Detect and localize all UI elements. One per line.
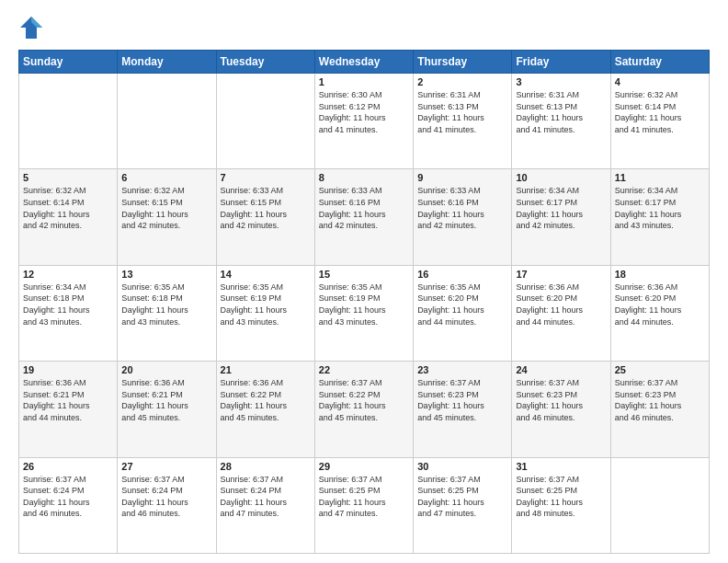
- day-number: 11: [615, 172, 705, 183]
- day-info: Sunrise: 6:37 AMSunset: 6:24 PMDaylight:…: [23, 474, 113, 520]
- logo: [18, 15, 46, 40]
- calendar-cell: 18Sunrise: 6:36 AMSunset: 6:20 PMDayligh…: [610, 265, 709, 361]
- day-info: Sunrise: 6:34 AMSunset: 6:17 PMDaylight:…: [615, 185, 705, 231]
- day-number: 20: [121, 364, 211, 375]
- calendar-cell: 29Sunrise: 6:37 AMSunset: 6:25 PMDayligh…: [314, 457, 413, 553]
- weekday-header-sunday: Sunday: [19, 51, 118, 74]
- calendar-cell: 16Sunrise: 6:35 AMSunset: 6:20 PMDayligh…: [414, 265, 512, 361]
- day-info: Sunrise: 6:35 AMSunset: 6:19 PMDaylight:…: [221, 282, 311, 327]
- weekday-header-saturday: Saturday: [610, 51, 709, 74]
- calendar-cell: 4Sunrise: 6:32 AMSunset: 6:14 PMDaylight…: [610, 74, 709, 169]
- calendar-week-row: 19Sunrise: 6:36 AMSunset: 6:21 PMDayligh…: [19, 362, 710, 457]
- calendar-week-row: 1Sunrise: 6:30 AMSunset: 6:12 PMDaylight…: [19, 74, 710, 169]
- calendar-cell: 21Sunrise: 6:36 AMSunset: 6:22 PMDayligh…: [216, 362, 314, 457]
- day-number: 12: [23, 269, 113, 280]
- calendar-cell: [610, 457, 709, 553]
- day-number: 4: [615, 76, 705, 87]
- day-number: 19: [23, 364, 113, 375]
- calendar-cell: 20Sunrise: 6:36 AMSunset: 6:21 PMDayligh…: [118, 362, 216, 457]
- calendar-cell: 9Sunrise: 6:33 AMSunset: 6:16 PMDaylight…: [414, 169, 512, 265]
- day-info: Sunrise: 6:32 AMSunset: 6:14 PMDaylight:…: [23, 185, 113, 231]
- weekday-header-wednesday: Wednesday: [314, 51, 413, 74]
- day-info: Sunrise: 6:37 AMSunset: 6:22 PMDaylight:…: [319, 377, 409, 423]
- calendar-cell: 19Sunrise: 6:36 AMSunset: 6:21 PMDayligh…: [19, 362, 118, 457]
- calendar-cell: [118, 74, 216, 169]
- header: [18, 15, 710, 40]
- day-info: Sunrise: 6:32 AMSunset: 6:15 PMDaylight:…: [121, 185, 211, 231]
- day-info: Sunrise: 6:36 AMSunset: 6:20 PMDaylight:…: [615, 282, 705, 327]
- day-number: 21: [221, 364, 311, 375]
- calendar-cell: 3Sunrise: 6:31 AMSunset: 6:13 PMDaylight…: [512, 74, 610, 169]
- calendar-cell: 26Sunrise: 6:37 AMSunset: 6:24 PMDayligh…: [19, 457, 118, 553]
- day-number: 5: [23, 172, 113, 183]
- logo-icon: [18, 15, 44, 40]
- day-number: 10: [516, 172, 606, 183]
- day-number: 30: [417, 461, 507, 472]
- day-number: 7: [221, 172, 311, 183]
- day-info: Sunrise: 6:37 AMSunset: 6:25 PMDaylight:…: [417, 474, 507, 520]
- day-info: Sunrise: 6:37 AMSunset: 6:23 PMDaylight:…: [417, 377, 507, 423]
- calendar-week-row: 12Sunrise: 6:34 AMSunset: 6:18 PMDayligh…: [19, 265, 710, 361]
- day-number: 6: [121, 172, 211, 183]
- day-number: 15: [319, 269, 409, 280]
- day-info: Sunrise: 6:37 AMSunset: 6:25 PMDaylight:…: [319, 474, 409, 520]
- calendar-week-row: 5Sunrise: 6:32 AMSunset: 6:14 PMDaylight…: [19, 169, 710, 265]
- day-info: Sunrise: 6:31 AMSunset: 6:13 PMDaylight:…: [417, 89, 507, 135]
- calendar-cell: 15Sunrise: 6:35 AMSunset: 6:19 PMDayligh…: [314, 265, 413, 361]
- day-number: 24: [516, 364, 606, 375]
- day-number: 25: [615, 364, 705, 375]
- day-number: 17: [516, 269, 606, 280]
- day-info: Sunrise: 6:32 AMSunset: 6:14 PMDaylight:…: [615, 89, 705, 135]
- day-info: Sunrise: 6:36 AMSunset: 6:22 PMDaylight:…: [221, 377, 311, 423]
- day-info: Sunrise: 6:33 AMSunset: 6:15 PMDaylight:…: [221, 185, 311, 231]
- day-number: 14: [221, 269, 311, 280]
- day-info: Sunrise: 6:36 AMSunset: 6:21 PMDaylight:…: [23, 377, 113, 423]
- day-info: Sunrise: 6:31 AMSunset: 6:13 PMDaylight:…: [516, 89, 606, 135]
- weekday-header-thursday: Thursday: [414, 51, 512, 74]
- weekday-header-row: SundayMondayTuesdayWednesdayThursdayFrid…: [19, 51, 710, 74]
- day-number: 31: [516, 461, 606, 472]
- day-info: Sunrise: 6:34 AMSunset: 6:18 PMDaylight:…: [23, 282, 113, 327]
- day-number: 1: [319, 76, 409, 87]
- day-number: 18: [615, 269, 705, 280]
- calendar-cell: 1Sunrise: 6:30 AMSunset: 6:12 PMDaylight…: [314, 74, 413, 169]
- day-info: Sunrise: 6:37 AMSunset: 6:24 PMDaylight:…: [221, 474, 311, 520]
- calendar-cell: 5Sunrise: 6:32 AMSunset: 6:14 PMDaylight…: [19, 169, 118, 265]
- weekday-header-monday: Monday: [118, 51, 216, 74]
- day-number: 9: [417, 172, 507, 183]
- day-info: Sunrise: 6:36 AMSunset: 6:20 PMDaylight:…: [516, 282, 606, 327]
- day-info: Sunrise: 6:30 AMSunset: 6:12 PMDaylight:…: [319, 89, 409, 135]
- calendar-cell: 24Sunrise: 6:37 AMSunset: 6:23 PMDayligh…: [512, 362, 610, 457]
- day-number: 23: [417, 364, 507, 375]
- day-info: Sunrise: 6:37 AMSunset: 6:24 PMDaylight:…: [121, 474, 211, 520]
- calendar-cell: 12Sunrise: 6:34 AMSunset: 6:18 PMDayligh…: [19, 265, 118, 361]
- calendar-cell: 30Sunrise: 6:37 AMSunset: 6:25 PMDayligh…: [414, 457, 512, 553]
- calendar-cell: 28Sunrise: 6:37 AMSunset: 6:24 PMDayligh…: [216, 457, 314, 553]
- calendar-cell: 6Sunrise: 6:32 AMSunset: 6:15 PMDaylight…: [118, 169, 216, 265]
- calendar-week-row: 26Sunrise: 6:37 AMSunset: 6:24 PMDayligh…: [19, 457, 710, 553]
- calendar-cell: 13Sunrise: 6:35 AMSunset: 6:18 PMDayligh…: [118, 265, 216, 361]
- day-info: Sunrise: 6:37 AMSunset: 6:23 PMDaylight:…: [615, 377, 705, 423]
- day-info: Sunrise: 6:37 AMSunset: 6:25 PMDaylight:…: [516, 474, 606, 520]
- calendar-cell: 14Sunrise: 6:35 AMSunset: 6:19 PMDayligh…: [216, 265, 314, 361]
- calendar-cell: 2Sunrise: 6:31 AMSunset: 6:13 PMDaylight…: [414, 74, 512, 169]
- day-number: 13: [121, 269, 211, 280]
- calendar-cell: 25Sunrise: 6:37 AMSunset: 6:23 PMDayligh…: [610, 362, 709, 457]
- calendar-table: SundayMondayTuesdayWednesdayThursdayFrid…: [18, 50, 710, 554]
- calendar-cell: 11Sunrise: 6:34 AMSunset: 6:17 PMDayligh…: [610, 169, 709, 265]
- calendar-cell: 23Sunrise: 6:37 AMSunset: 6:23 PMDayligh…: [414, 362, 512, 457]
- calendar-cell: 27Sunrise: 6:37 AMSunset: 6:24 PMDayligh…: [118, 457, 216, 553]
- day-number: 22: [319, 364, 409, 375]
- day-info: Sunrise: 6:35 AMSunset: 6:19 PMDaylight:…: [319, 282, 409, 327]
- day-number: 26: [23, 461, 113, 472]
- day-number: 29: [319, 461, 409, 472]
- weekday-header-tuesday: Tuesday: [216, 51, 314, 74]
- day-number: 16: [417, 269, 507, 280]
- calendar-cell: 10Sunrise: 6:34 AMSunset: 6:17 PMDayligh…: [512, 169, 610, 265]
- day-info: Sunrise: 6:35 AMSunset: 6:20 PMDaylight:…: [417, 282, 507, 327]
- day-number: 2: [417, 76, 507, 87]
- calendar-cell: 31Sunrise: 6:37 AMSunset: 6:25 PMDayligh…: [512, 457, 610, 553]
- day-number: 27: [121, 461, 211, 472]
- day-info: Sunrise: 6:36 AMSunset: 6:21 PMDaylight:…: [121, 377, 211, 423]
- day-number: 3: [516, 76, 606, 87]
